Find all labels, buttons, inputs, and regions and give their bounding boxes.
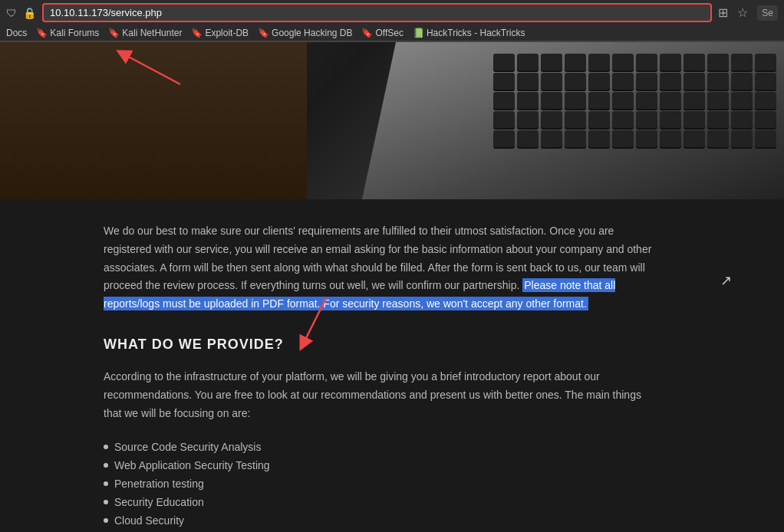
service-2-label: Web Application Security Testing xyxy=(114,459,270,471)
bookmark-kali-nethunter-label: Kali NetHunter xyxy=(122,28,182,38)
offsec-icon: 🔖 xyxy=(361,28,373,38)
list-item: Penetration testing xyxy=(104,475,660,493)
shield-icon: 🛡 xyxy=(6,7,17,19)
google-hacking-icon: 🔖 xyxy=(258,28,269,38)
service-5-label: Cloud Security xyxy=(114,514,184,527)
services-intro-text: According to the infrastructure of your … xyxy=(104,370,641,419)
services-paragraph: According to the infrastructure of your … xyxy=(104,368,660,422)
star-icon[interactable]: ☆ xyxy=(737,5,748,20)
hacktricks-icon: 📗 xyxy=(413,28,424,38)
section-title: WHAT DO WE PROVIDE? xyxy=(104,337,660,353)
bookmark-exploit-db-label: Exploit-DB xyxy=(205,28,249,38)
address-bar-row: 🛡 🔒 10.10.11.173/service.php ⊞ ☆ Se xyxy=(0,0,784,25)
keyboard-image xyxy=(362,42,784,199)
list-item: Security Education xyxy=(104,493,660,511)
list-item: Web Application Security Testing xyxy=(104,456,660,475)
search-icon[interactable]: Se xyxy=(757,5,778,21)
list-item: Source Code Security Analysis xyxy=(104,438,660,456)
intro-paragraph: We do our best to make sure our clients'… xyxy=(104,222,660,314)
bookmark-kali-nethunter[interactable]: 🔖 Kali NetHunter xyxy=(108,28,182,38)
keyboard-keys xyxy=(493,54,776,147)
browser-chrome: 🛡 🔒 10.10.11.173/service.php ⊞ ☆ Se Docs… xyxy=(0,0,784,42)
bookmark-docs[interactable]: Docs xyxy=(6,28,27,38)
address-bar[interactable]: 10.10.11.173/service.php xyxy=(42,3,712,22)
bullet-icon xyxy=(104,445,108,449)
bullet-icon xyxy=(104,518,108,523)
kali-forums-icon: 🔖 xyxy=(36,28,48,38)
bullet-icon xyxy=(104,481,108,486)
bookmark-offsec-label: OffSec xyxy=(375,28,403,38)
bullet-icon xyxy=(104,500,108,504)
bookmark-docs-label: Docs xyxy=(6,28,27,38)
bookmark-google-hacking[interactable]: 🔖 Google Hacking DB xyxy=(258,28,352,38)
cursor-indicator: ↗ xyxy=(720,272,732,289)
bookmark-kali-forums[interactable]: 🔖 Kali Forums xyxy=(36,28,99,38)
bookmark-hacktricks-label: HackTricks - HackTricks xyxy=(427,28,525,38)
bookmark-kali-forums-label: Kali Forums xyxy=(50,28,99,38)
browser-actions: ⊞ ☆ Se xyxy=(718,5,778,21)
bookmark-exploit-db[interactable]: 🔖 Exploit-DB xyxy=(191,28,249,38)
lock-icon: 🔒 xyxy=(23,7,36,19)
bullet-icon xyxy=(104,463,108,468)
exploit-db-icon: 🔖 xyxy=(191,28,203,38)
page-content: We do our best to make sure our clients'… xyxy=(0,199,706,532)
table-surface xyxy=(0,42,307,199)
list-item: Cloud Security xyxy=(104,511,660,530)
bookmarks-bar: Docs 🔖 Kali Forums 🔖 Kali NetHunter 🔖 Ex… xyxy=(0,25,784,41)
hero-image xyxy=(0,42,784,199)
kali-nethunter-icon: 🔖 xyxy=(108,28,120,38)
bookmark-hacktricks[interactable]: 📗 HackTricks - HackTricks xyxy=(413,28,525,38)
bookmark-offsec[interactable]: 🔖 OffSec xyxy=(361,28,403,38)
bookmark-google-hacking-label: Google Hacking DB xyxy=(272,28,352,38)
service-4-label: Security Education xyxy=(114,496,204,508)
services-list: Source Code Security Analysis Web Applic… xyxy=(104,438,660,530)
url-text: 10.10.11.173/service.php xyxy=(50,7,162,18)
service-1-label: Source Code Security Analysis xyxy=(114,441,261,453)
grid-icon[interactable]: ⊞ xyxy=(718,5,728,20)
service-3-label: Penetration testing xyxy=(114,478,204,490)
